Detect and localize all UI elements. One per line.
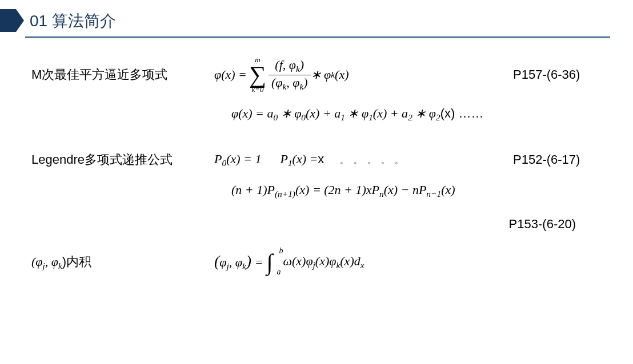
svg-marker-0 — [0, 9, 24, 32]
row5-ref: P153-(6-20) — [31, 217, 610, 232]
row1-label: M次最佳平方逼近多项式 — [31, 66, 214, 83]
row3-label: Legendre多项式递推公式 — [31, 151, 214, 168]
page-title: 01 算法简介 — [30, 10, 116, 32]
row6-label: (φj, φk)内积 — [31, 253, 214, 271]
row1-formula: φ(x) = m ∑ k=0 (f, φk) (φk, φk) ∗ φk(x) — [214, 55, 513, 94]
row4-formula: (n + 1)P(n+1)(x) = (2n + 1)xPn(x) − nPn−… — [231, 183, 610, 199]
content-area: M次最佳平方逼近多项式 φ(x) = m ∑ k=0 (f, φk) (φk, … — [0, 38, 633, 293]
row2-formula: φ(x) = a0 ∗ φ0(x) + a1 ∗ φ1(x) + a2 ∗ φ2… — [231, 106, 610, 123]
row1-ref: P157-(6-36) — [513, 67, 610, 82]
row3-ref: P152-(6-17) — [513, 152, 610, 167]
row3-formula: P0(x) = 1 P1(x) =x 。。。。。 — [214, 152, 513, 168]
header-chevron-icon — [0, 9, 24, 32]
row6-formula: ((φφj, φk) = ∫ b a ω(x)φj(x)φk(x)dx — [214, 249, 513, 276]
